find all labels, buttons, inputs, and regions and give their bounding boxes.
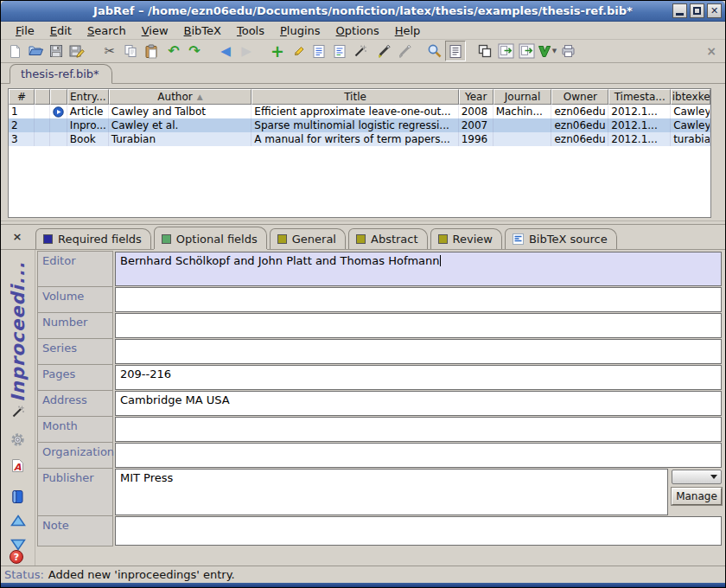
new-from-plain-text-icon [478, 44, 492, 58]
prev-entry-button[interactable] [9, 511, 28, 530]
push-to-vim-icon: ▼ [538, 45, 557, 58]
mark-entries-button[interactable] [374, 41, 395, 61]
copy-button[interactable] [120, 41, 141, 61]
column-header-blank[interactable] [35, 89, 50, 105]
field-input-note[interactable] [115, 516, 722, 546]
push-to-application2-icon [519, 43, 535, 59]
table-row[interactable]: 3BookTurabianA manual for writers of ter… [9, 132, 710, 146]
cut-button[interactable]: ✂ [99, 41, 120, 61]
maximize-button[interactable] [690, 3, 704, 18]
menu-tools[interactable]: Tools [229, 22, 272, 39]
write-xmp-button[interactable] [9, 487, 28, 506]
forward-button[interactable]: ▶ [236, 41, 257, 61]
push-to-application-button[interactable] [495, 41, 516, 61]
column-header-entry[interactable]: Entry... [67, 89, 109, 105]
table-row[interactable]: 1ArticleCawley and TalbotEfficient appro… [9, 105, 710, 118]
database-tab[interactable]: thesis-ref.bib* [10, 64, 112, 84]
toolbar-close-icon[interactable]: × [704, 44, 718, 58]
column-header-journal[interactable]: Journal [494, 89, 552, 105]
new-database-button[interactable] [4, 41, 25, 61]
column-header-blank[interactable] [50, 89, 67, 105]
entry-editor-close-button[interactable]: × [10, 230, 25, 246]
menu-bibtex[interactable]: BibTeX [176, 22, 229, 39]
table-cell: 3 [9, 132, 35, 146]
menu-search[interactable]: Search [80, 22, 134, 39]
tab-optional-fields[interactable]: Optional fields [154, 227, 267, 249]
minimize-button[interactable] [672, 3, 687, 18]
unmark-entries-button[interactable] [395, 41, 416, 61]
toolbar-group [4, 41, 87, 61]
table-cell: 2 [9, 118, 35, 132]
column-header-author[interactable]: Author▲ [109, 89, 252, 105]
tab-required-fields[interactable]: Required fields [35, 228, 151, 249]
open-file-button[interactable] [557, 41, 578, 61]
search-button[interactable] [424, 41, 445, 61]
tab-abstract[interactable]: Abstract [348, 228, 428, 249]
toolbar-group: ▼ [474, 41, 578, 61]
status-bar: Status: Added new 'inproceedings' entry. [1, 566, 725, 583]
column-header-bibtexkey[interactable]: Bibtexkey [671, 89, 710, 105]
field-input-publisher[interactable]: MIT Press [115, 469, 668, 515]
generate-key-button[interactable] [9, 402, 28, 421]
paste-button[interactable] [141, 41, 162, 61]
menu-help[interactable]: Help [387, 22, 429, 39]
menu-options[interactable]: Options [328, 22, 387, 39]
field-input-volume[interactable] [115, 287, 722, 312]
back-button[interactable]: ◀ [215, 41, 236, 61]
open-file-icon [561, 44, 576, 58]
menu-edit[interactable]: Edit [42, 22, 80, 39]
manage-button[interactable]: Manage [672, 488, 722, 505]
tab-general[interactable]: General [270, 228, 346, 249]
column-header-year[interactable]: Year [459, 89, 494, 105]
undo-button[interactable]: ↶ [163, 41, 184, 61]
field-input-address[interactable]: Cambridge MA USA [115, 391, 722, 416]
edit-preamble-button[interactable] [329, 41, 350, 61]
menu-plugins[interactable]: Plugins [272, 22, 328, 39]
open-database-button[interactable] [25, 41, 46, 61]
pdf-button[interactable]: A [9, 456, 28, 475]
edit-strings-button[interactable] [309, 41, 329, 61]
push-to-vim-button[interactable]: ▼ [537, 41, 557, 61]
tab-review[interactable]: Review [430, 228, 502, 249]
column-header-timesta[interactable]: Timesta... [608, 89, 671, 105]
publisher-dropdown[interactable] [672, 470, 722, 484]
entry-table: #Entry...Author▲TitleYearJournalOwnerTim… [8, 88, 711, 218]
field-input-number[interactable] [115, 313, 722, 338]
tab-bibtex-source[interactable]: BibTeX source [505, 228, 617, 249]
save-database-button[interactable] [46, 41, 67, 61]
save-as-button[interactable] [67, 41, 87, 61]
field-input-month[interactable] [115, 417, 722, 442]
field-input-editor[interactable]: Bernhard Schölkopf and John Platt and Th… [115, 252, 722, 286]
table-cell: 1 [9, 105, 35, 118]
push-to-application2-button[interactable] [516, 41, 537, 61]
field-input-organization[interactable] [115, 443, 722, 468]
edit-entry-button[interactable] [288, 41, 309, 61]
table-cell: Cawley et al. [109, 118, 252, 132]
menu-file[interactable]: File [8, 22, 42, 39]
title-bar[interactable]: JabRef – /home/ezn06edu/Documents/nonfic… [1, 1, 725, 22]
column-header-title[interactable]: Title [252, 89, 458, 105]
toggle-preview-button[interactable] [445, 41, 466, 61]
menu-view[interactable]: View [134, 22, 176, 39]
table-row-selected[interactable]: 2Inpro...Cawley et al.Sparse multinomial… [9, 118, 710, 132]
new-entry-button[interactable]: + [267, 41, 288, 61]
new-from-plain-text-button[interactable] [474, 41, 495, 61]
table-cell: Efficient approximate leave-one-out... [252, 105, 458, 118]
field-label-number: Number [37, 312, 113, 339]
window-controls: ✕ [672, 3, 722, 18]
redo-button[interactable]: ↷ [184, 41, 205, 61]
cleanup-button[interactable] [350, 41, 371, 61]
table-cell [50, 132, 67, 146]
tab-label: Required fields [58, 233, 142, 246]
table-cell: Cawley... [671, 105, 710, 118]
help-icon[interactable]: ? [10, 550, 23, 564]
maximize-icon [693, 7, 701, 15]
autoset-gear-button[interactable] [9, 430, 28, 449]
field-label-month: Month [37, 416, 113, 443]
column-header-owner[interactable]: Owner [551, 89, 608, 105]
column-header-#[interactable]: # [9, 89, 35, 105]
table-cell [494, 132, 552, 146]
field-input-pages[interactable]: 209--216 [115, 365, 722, 390]
field-input-series[interactable] [115, 339, 722, 364]
close-button[interactable]: ✕ [707, 3, 722, 18]
